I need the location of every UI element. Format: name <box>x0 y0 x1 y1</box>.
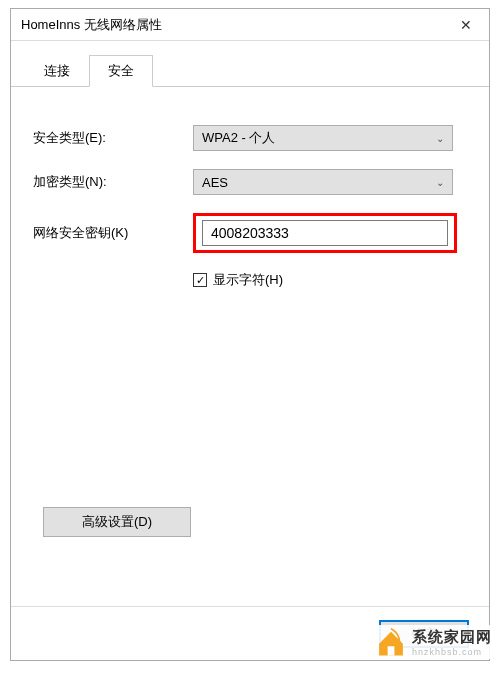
chevron-down-icon: ⌄ <box>436 133 444 144</box>
close-button[interactable]: ✕ <box>443 9 489 41</box>
house-icon <box>374 625 408 659</box>
watermark-url: hnzkhbsb.com <box>412 647 492 657</box>
security-type-combo[interactable]: WPA2 - 个人 ⌄ <box>193 125 453 151</box>
show-characters-label: 显示字符(H) <box>213 271 283 289</box>
network-key-input[interactable] <box>202 220 448 246</box>
row-encryption-type: 加密类型(N): AES ⌄ <box>33 169 467 195</box>
content-area: 安全类型(E): WPA2 - 个人 ⌄ 加密类型(N): AES ⌄ 网络安全… <box>11 87 489 606</box>
watermark-text-block: 系统家园网 hnzkhbsb.com <box>412 628 492 657</box>
network-key-label: 网络安全密钥(K) <box>33 224 193 242</box>
encryption-type-label: 加密类型(N): <box>33 173 193 191</box>
row-show-characters[interactable]: ✓ 显示字符(H) <box>193 271 467 289</box>
row-security-type: 安全类型(E): WPA2 - 个人 ⌄ <box>33 125 467 151</box>
wifi-properties-dialog: HomeInns 无线网络属性 ✕ 连接 安全 安全类型(E): WPA2 - … <box>10 8 490 661</box>
show-characters-checkbox[interactable]: ✓ <box>193 273 207 287</box>
row-network-key: 网络安全密钥(K) <box>33 213 467 253</box>
tab-security[interactable]: 安全 <box>89 55 153 87</box>
watermark-title: 系统家园网 <box>412 628 492 647</box>
close-icon: ✕ <box>460 17 472 33</box>
tab-strip: 连接 安全 <box>11 41 489 87</box>
advanced-settings-button[interactable]: 高级设置(D) <box>43 507 191 537</box>
window-title: HomeInns 无线网络属性 <box>21 16 162 34</box>
encryption-type-value: AES <box>202 175 228 190</box>
highlight-annotation <box>193 213 457 253</box>
watermark: 系统家园网 hnzkhbsb.com <box>374 625 492 659</box>
svg-rect-0 <box>388 646 395 655</box>
security-type-label: 安全类型(E): <box>33 129 193 147</box>
titlebar: HomeInns 无线网络属性 ✕ <box>11 9 489 41</box>
security-type-value: WPA2 - 个人 <box>202 129 275 147</box>
tab-connection[interactable]: 连接 <box>25 55 89 86</box>
encryption-type-combo[interactable]: AES ⌄ <box>193 169 453 195</box>
chevron-down-icon: ⌄ <box>436 177 444 188</box>
